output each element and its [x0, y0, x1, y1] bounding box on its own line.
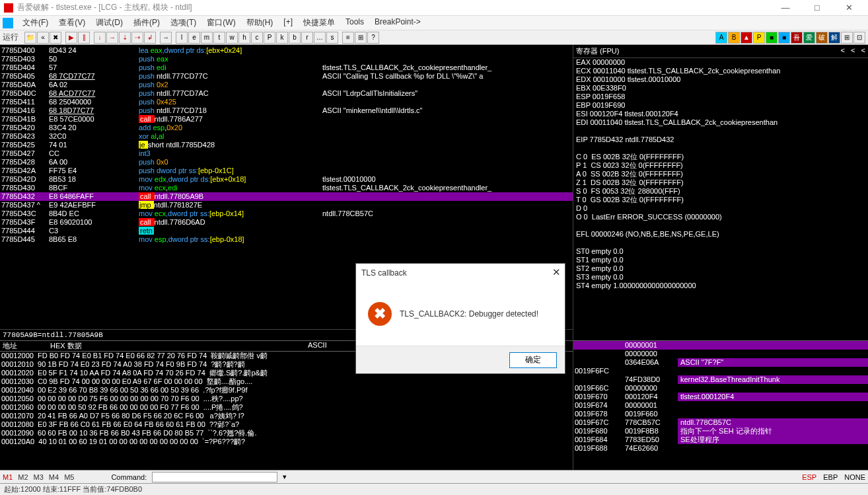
register-line[interactable]: T 0 GS 002B 32位 0(FFFFFFFF): [573, 196, 868, 204]
hex-row[interactable]: 00012030 C0 9B FD 74 00 00 00 00 E0 A9 6…: [0, 377, 573, 386]
ext-h-icon[interactable]: 爱: [803, 32, 815, 44]
tool-pause-icon[interactable]: ‖: [78, 32, 90, 44]
stack-row[interactable]: 0019F6847783ED50SE处理程序: [573, 436, 868, 444]
hex-row[interactable]: 00012060 00 00 00 00 50 92 FB 66 00 00 0…: [0, 403, 573, 412]
hex-row[interactable]: 00012070 20 41 FB 66 A0 D7 F5 66 80 D6 F…: [0, 412, 573, 420]
register-line[interactable]: EAX 00000000: [573, 58, 868, 67]
disasm-row[interactable]: 7785D42083C4 20add esp,0x20: [0, 124, 573, 132]
none-label[interactable]: NONE: [844, 473, 865, 481]
stack-row[interactable]: 0019F670000120F4tlstest.000120F4: [573, 393, 868, 401]
m5-label[interactable]: M5: [64, 473, 74, 481]
ext-a-icon[interactable]: A: [715, 32, 727, 44]
register-line[interactable]: O 0 LastErr ERROR_SUCCESS (00000000): [573, 213, 868, 221]
register-line[interactable]: EDI 00011040 tlstest.TLS_CALLBACK_2ck_co…: [573, 118, 868, 127]
register-line[interactable]: ESP 0019F658: [573, 93, 868, 101]
disasm-row[interactable]: 7785D427CCint3: [0, 149, 573, 158]
disasm-row[interactable]: 7785D42574 01je short ntdll.7785D428: [0, 141, 573, 149]
menu-item[interactable]: 帮助(H): [241, 16, 279, 30]
disasm-row[interactable]: 7785D41668 18D77C77push ntdll.777CD718AS…: [0, 106, 573, 115]
tool-rewind-icon[interactable]: «: [37, 32, 49, 44]
menu-item[interactable]: [+]: [278, 16, 298, 30]
register-line[interactable]: [573, 144, 868, 153]
register-line[interactable]: ST2 empty 0.0: [573, 264, 868, 273]
menu-item[interactable]: Tools: [340, 16, 369, 30]
register-line[interactable]: EDX 00010000 tlstest.00010000: [573, 75, 868, 84]
disasm-row[interactable]: 7785D42D8B53 18mov edx,dword ptr ds:[ebx…: [0, 175, 573, 184]
disasm-row[interactable]: 7785D40350push eax: [0, 55, 573, 63]
stack-row[interactable]: 0019F6FC: [573, 367, 868, 375]
command-input[interactable]: [152, 472, 277, 482]
disasm-row[interactable]: 7785D40A6A 02push 0x2: [0, 81, 573, 89]
disasm-row[interactable]: 7785D444C3retn: [0, 227, 573, 235]
stack-row[interactable]: 00000001: [573, 341, 868, 350]
register-line[interactable]: EFL 00000246 (NO,NB,E,BE,NS,PE,GE,LE): [573, 230, 868, 239]
close-button[interactable]: ✕: [834, 1, 864, 15]
hex-row[interactable]: 00012050 00 00 00 00 D0 75 F6 00 00 00 0…: [0, 395, 573, 403]
ext-c-icon[interactable]: ▲: [741, 32, 752, 44]
stack-row[interactable]: 0019F6800019F8B8指向下一个 SEH 记录的指针: [573, 427, 868, 436]
menu-item[interactable]: BreakPoint->: [369, 16, 426, 30]
register-line[interactable]: ECX 00011040 tlstest.TLS_CALLBACK_2ck_co…: [573, 67, 868, 75]
tool-m[interactable]: m: [201, 32, 213, 44]
register-line[interactable]: EBX 00E338F0: [573, 84, 868, 93]
disasm-row[interactable]: 7785D4458B65 E8mov esp,dword ptr ss:[ebp…: [0, 235, 573, 244]
disasm-row[interactable]: 7785D42332C0xor al,al: [0, 132, 573, 141]
stack-row[interactable]: 0019F6780019F660: [573, 410, 868, 418]
m1-label[interactable]: M1: [3, 473, 13, 481]
register-line[interactable]: Z 1 DS 002B 32位 0(FFFFFFFF): [573, 178, 868, 187]
register-line[interactable]: ST1 empty 0.0: [573, 256, 868, 264]
tool-dots[interactable]: …: [314, 32, 326, 44]
stack-row[interactable]: 0364E06AASCII "7F?F": [573, 358, 868, 367]
m4-label[interactable]: M4: [49, 473, 59, 481]
tool-folder-icon[interactable]: 📁: [24, 32, 36, 44]
tool-c[interactable]: c: [251, 32, 263, 44]
menu-item[interactable]: 快捷菜单: [298, 16, 340, 30]
ext-g-icon[interactable]: 吾: [791, 32, 803, 44]
register-line[interactable]: A 0 SS 002B 32位 0(FFFFFFFF): [573, 170, 868, 178]
stack-row[interactable]: 0019F67C778CB57Cntdll.778CB57C: [573, 418, 868, 427]
ext-i-icon[interactable]: 破: [816, 32, 828, 44]
minimize-button[interactable]: —: [770, 1, 801, 15]
disasm-row[interactable]: 7785D41BE8 57CE0000call ntdll.7786A277: [0, 115, 573, 124]
tool-h[interactable]: h: [238, 32, 250, 44]
tool-ret-icon[interactable]: ↲: [144, 32, 156, 44]
menu-item[interactable]: 选项(T): [165, 16, 201, 30]
menu-item[interactable]: 窗口(W): [201, 16, 240, 30]
maximize-button[interactable]: □: [802, 1, 832, 15]
disasm-row[interactable]: 7785D43C8B4D ECmov ecx,dword ptr ss:[ebp…: [0, 209, 573, 218]
disasm-row[interactable]: 7785D41168 25040000push 0x425: [0, 98, 573, 106]
tool-s[interactable]: s: [326, 32, 338, 44]
disasm-row[interactable]: 7785D4008D43 24lea eax,dword ptr ds:[ebx…: [0, 46, 573, 55]
ext-l-icon[interactable]: ⊡: [853, 32, 865, 44]
disasm-row[interactable]: 7785D43FE8 69020100call ntdll.7786D6AD: [0, 218, 573, 227]
stack-row[interactable]: 0019F67400000001: [573, 401, 868, 410]
disasm-row[interactable]: 7785D40C68 ACD77C77push ntdll.777CD7ACAS…: [0, 89, 573, 98]
tool-w[interactable]: w: [226, 32, 238, 44]
tool-r[interactable]: r: [301, 32, 313, 44]
disasm-row[interactable]: 7785D40457push editlstest.TLS_CALLBACK_2…: [0, 63, 573, 72]
disasm-row[interactable]: 7785D437 ^E9 42AEFBFFjmp ntdll.7781827E: [0, 201, 573, 209]
ext-j-icon[interactable]: 解: [828, 32, 840, 44]
register-line[interactable]: S 0 FS 0053 32位 288000(FFF): [573, 187, 868, 196]
register-line[interactable]: EBP 0019F690: [573, 101, 868, 110]
disasm-row[interactable]: 7785D432E8 6486FAFFcall ntdll.77805A9B: [0, 192, 573, 201]
hex-row[interactable]: 00012080 E0 3F FB 66 C0 61 FB 66 E0 64 F…: [0, 420, 573, 429]
tool-trace-into-icon[interactable]: ⇣: [119, 32, 131, 44]
esp-label[interactable]: ESP: [802, 473, 816, 481]
register-line[interactable]: ST4 empty 1.0000000000000000000: [573, 282, 868, 290]
tool-l[interactable]: l: [176, 32, 188, 44]
ext-k-icon[interactable]: ⊞: [841, 32, 853, 44]
dialog-close-icon[interactable]: ✕: [552, 266, 561, 278]
tool-t[interactable]: t: [213, 32, 225, 44]
menu-item[interactable]: 调试(D): [90, 16, 128, 30]
stack-row[interactable]: 00000000: [573, 350, 868, 358]
tool-stop-icon[interactable]: ✖: [50, 32, 61, 44]
tool-b[interactable]: b: [289, 32, 301, 44]
tool-k[interactable]: k: [276, 32, 288, 44]
register-line[interactable]: EIP 7785D432 ntdll.7785D432: [573, 135, 868, 144]
stack-pane[interactable]: 00000001000000000364E06AASCII "7F?F"0019…: [573, 340, 868, 470]
dialog-ok-button[interactable]: 确定: [509, 352, 557, 368]
tool-p[interactable]: P: [264, 32, 275, 44]
stack-row[interactable]: 0019F68874E62660: [573, 444, 868, 453]
tool-e[interactable]: e: [188, 32, 200, 44]
